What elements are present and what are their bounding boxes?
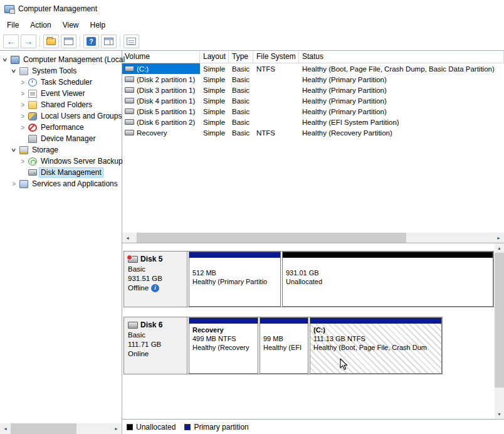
volume-list-header: Volume Layout Type File System Status (122, 51, 504, 63)
volume-row[interactable]: (C:) Simple Basic NTFS Healthy (Boot, Pa… (122, 63, 504, 74)
scroll-left-icon[interactable]: ◄ (0, 423, 11, 434)
partition-status: Unallocated (286, 277, 490, 286)
tree-item-task-scheduler[interactable]: Task Scheduler (0, 77, 122, 88)
show-action-pane-button[interactable] (101, 34, 117, 48)
tree-item-system-tools[interactable]: System Tools (0, 65, 122, 77)
show-action-pane-icon (104, 38, 113, 45)
volume-row[interactable]: (Disk 6 partition 2) Simple Basic Health… (122, 117, 504, 127)
volume-row[interactable]: (Disk 4 partition 1) Simple Basic Health… (122, 95, 504, 106)
partition-disk6-recovery[interactable]: Recovery 499 MB NTFS Healthy (Recovery (189, 317, 258, 374)
volume-type: Basic (229, 108, 253, 115)
partition-disk6-efi[interactable]: 99 MB Healthy (EFI (260, 317, 308, 374)
tree-item-event-viewer[interactable]: Event Viewer (0, 88, 122, 99)
backup-icon (28, 157, 37, 166)
tree-item-disk-management[interactable]: Disk Management (0, 167, 122, 178)
partition-status: Healthy (EFI (263, 343, 305, 352)
scrollbar-track[interactable] (11, 423, 111, 434)
expander-icon[interactable] (11, 181, 18, 188)
tree-item-label: Task Scheduler (39, 77, 94, 87)
disk-offline-icon (128, 256, 138, 263)
scroll-right-icon[interactable]: ► (493, 233, 504, 243)
scroll-down-icon[interactable]: ▼ (495, 410, 504, 419)
partition-name (192, 260, 277, 268)
tree-item-local-users-groups[interactable]: Local Users and Groups (0, 110, 122, 122)
volume-row[interactable]: Recovery Simple Basic NTFS Healthy (Reco… (122, 127, 504, 138)
tree-item-services-applications[interactable]: Services and Applications (0, 178, 122, 189)
disk-management-icon (28, 169, 37, 176)
scrollbar-thumb[interactable] (137, 233, 406, 243)
expander-icon[interactable] (2, 56, 9, 63)
disk-panel-vertical-scrollbar[interactable]: ▲ ▼ (495, 243, 504, 420)
scroll-up-icon[interactable]: ▲ (495, 243, 504, 253)
menu-view[interactable]: View (57, 19, 85, 31)
partition-disk5-unallocated[interactable]: 931.01 GB Unallocated (282, 251, 493, 307)
scrollbar-track[interactable] (495, 253, 504, 410)
volume-status: Healthy (EFI System Partition) (299, 119, 504, 126)
help-button[interactable] (83, 34, 99, 48)
disk-size: 111.71 GB (128, 340, 183, 349)
scroll-right-icon[interactable]: ► (111, 423, 122, 434)
disk-row-disk6: Disk 6 Basic 111.71 GB Online Recovery 4… (123, 317, 443, 374)
disk5-label[interactable]: Disk 5 Basic 931.51 GB Offline (124, 251, 187, 307)
expander-icon[interactable] (19, 102, 26, 109)
services-icon (19, 180, 28, 188)
column-header-type[interactable]: Type (229, 51, 253, 63)
export-list-icon (127, 38, 136, 45)
legend-item-unallocated: Unallocated (127, 423, 176, 431)
column-header-file-system[interactable]: File System (253, 51, 299, 63)
tree-item-windows-server-backup[interactable]: Windows Server Backup (0, 156, 122, 167)
expander-icon[interactable] (19, 90, 26, 97)
menu-file[interactable]: File (1, 19, 24, 31)
partition-disk6-c[interactable]: (C:) 111.13 GB NTFS Healthy (Boot, Page … (310, 317, 442, 374)
volume-layout: Simple (200, 129, 229, 137)
console-tree-panel: Computer Management (Local System Tools … (0, 51, 122, 434)
properties-button[interactable] (61, 34, 76, 48)
tree-item-computer-management[interactable]: Computer Management (Local (0, 54, 122, 65)
disk6-label[interactable]: Disk 6 Basic 111.71 GB Online (124, 317, 187, 374)
show-console-tree-button[interactable] (43, 34, 59, 48)
menu-action[interactable]: Action (24, 19, 56, 31)
expander-icon[interactable] (19, 79, 26, 86)
column-header-volume[interactable]: Volume (122, 51, 200, 63)
tree-item-shared-folders[interactable]: Shared Folders (0, 99, 122, 110)
volume-layout: Simple (200, 97, 229, 105)
menu-help[interactable]: Help (85, 19, 112, 31)
export-list-button[interactable] (123, 34, 139, 48)
partition-size: 931.01 GB (286, 268, 490, 277)
partition-name (286, 260, 490, 268)
volume-list-horizontal-scrollbar[interactable]: ◄ ► (122, 233, 504, 243)
volume-row[interactable]: (Disk 2 partition 1) Simple Basic Health… (122, 74, 504, 85)
expander-icon[interactable] (11, 147, 18, 154)
forward-button[interactable]: → (21, 34, 36, 48)
expander-icon[interactable] (19, 158, 26, 165)
expander-icon[interactable] (19, 124, 26, 131)
column-header-layout[interactable]: Layout (200, 51, 229, 63)
tree-horizontal-scrollbar[interactable]: ◄ ► (0, 423, 122, 434)
tree-item-storage[interactable]: Storage (0, 144, 122, 156)
main-content: Computer Management (Local System Tools … (0, 50, 504, 434)
volume-icon (125, 109, 134, 114)
volume-icon (125, 119, 134, 125)
tree-item-label: Device Manager (39, 134, 97, 144)
column-header-status[interactable]: Status (299, 51, 504, 63)
tree-item-device-manager[interactable]: Device Manager (0, 133, 122, 144)
info-icon[interactable] (151, 284, 159, 292)
expander-icon[interactable] (11, 68, 18, 75)
back-button[interactable]: ← (3, 34, 19, 48)
volume-row[interactable]: (Disk 5 partition 1) Simple Basic Health… (122, 106, 504, 117)
expander-icon[interactable] (19, 113, 26, 120)
volume-icon (125, 98, 134, 103)
legend-item-primary-partition: Primary partition (184, 423, 248, 431)
disk-status: Offline (128, 283, 149, 293)
partition-disk5-1[interactable]: 512 MB Healthy (Primary Partitio (189, 251, 281, 307)
volume-file-system: NTFS (253, 129, 299, 137)
volume-row[interactable]: (Disk 3 partition 1) Simple Basic Health… (122, 85, 504, 95)
scrollbar-thumb[interactable] (11, 423, 76, 434)
volume-type: Basic (229, 97, 253, 105)
scroll-left-icon[interactable]: ◄ (122, 233, 133, 243)
scrollbar-thumb[interactable] (495, 253, 504, 388)
tree-item-performance[interactable]: Performance (0, 122, 122, 133)
titlebar: Computer Management (0, 0, 504, 18)
scrollbar-track[interactable] (133, 233, 493, 243)
volume-layout: Simple (200, 87, 229, 94)
